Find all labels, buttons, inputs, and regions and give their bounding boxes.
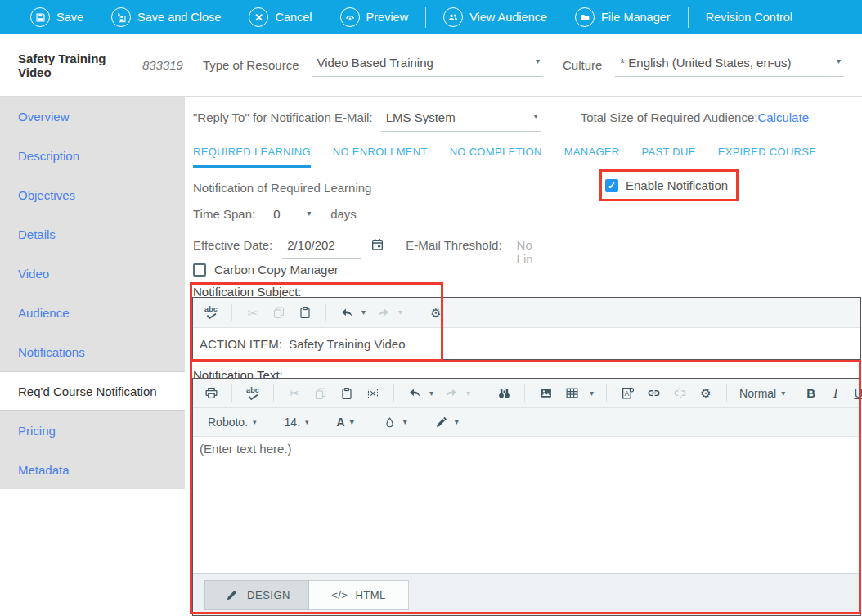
revision-control-button[interactable]: Revision Control [692,0,806,34]
find-icon[interactable] [496,385,512,402]
calculate-link[interactable]: Calculate [757,110,809,124]
time-span-select[interactable]: 0 ▾ [268,205,316,227]
sidebar-item-overview[interactable]: Overview [0,97,185,136]
tab-past-due[interactable]: PAST DUE [641,146,695,168]
course-title: Safety Training Video [18,52,132,79]
calendar-icon[interactable] [370,237,384,254]
redo-icon[interactable] [443,385,460,402]
copy-icon[interactable] [271,304,287,321]
bold-button[interactable]: B [806,386,815,400]
paste-icon[interactable] [297,304,313,321]
lms-course-editor: Save Save and Close ✕ Cancel Preview Vie… [0,0,862,616]
cancel-label: Cancel [275,11,312,24]
spellcheck-icon[interactable]: abc [203,304,219,321]
undo-dropdown-icon[interactable]: ▾ [361,308,366,317]
cut-icon[interactable]: ✂ [286,385,303,402]
top-toolbar: Save Save and Close ✕ Cancel Preview Vie… [0,0,862,34]
spellcheck-icon[interactable]: abc [245,385,261,402]
sidebar-item-reqd-course-notification[interactable]: Req'd Course Notification [0,371,185,411]
select-all-icon[interactable] [365,385,381,402]
sidebar-item-audience[interactable]: Audience [0,293,185,332]
email-threshold-input[interactable]: No Lin [512,236,551,272]
notification-subject-value[interactable]: ACTION ITEM: Safety Training Video [193,328,860,359]
notification-text-value[interactable]: (Enter text here.) [193,437,860,573]
svg-text:A: A [624,389,629,398]
cancel-button[interactable]: ✕ Cancel [235,0,325,34]
sidebar-item-objectives[interactable]: Objectives [0,175,185,214]
font-size-select[interactable]: 14. ▾ [285,416,309,429]
cut-icon[interactable]: ✂ [245,304,261,321]
view-audience-icon [443,7,463,27]
save-button[interactable]: Save [16,0,97,34]
main-panel: "Reply To" for Notification E-Mail: LMS … [185,97,862,616]
sidebar-item-pricing[interactable]: Pricing [0,411,185,450]
tab-expired-course[interactable]: EXPIRED COURSE [718,146,817,168]
print-icon[interactable] [203,385,219,402]
chevron-down-icon: ▾ [781,389,785,398]
enable-notification-checkbox[interactable]: ✓ Enable Notification [605,178,728,192]
notification-subject-editor: abc ✂ ▾ ▾ [192,297,861,360]
editor-mode-bar: DESIGN </> HTML [193,573,860,615]
preview-button[interactable]: Preview [326,0,423,34]
paste-icon[interactable] [339,385,355,402]
copy-icon[interactable] [312,385,329,402]
undo-dropdown-icon[interactable]: ▾ [429,389,433,398]
settings-gear-icon[interactable]: ⚙ [428,304,444,321]
reply-to-select[interactable]: LMS System ▾ [381,109,541,132]
chevron-down-icon: ▾ [350,418,354,426]
preview-icon [340,7,360,27]
insert-image-icon[interactable] [537,385,554,402]
unlink-icon[interactable] [671,385,688,402]
effective-date-input[interactable]: 2/10/202 [282,236,361,259]
time-span-row: Time Span: 0 ▾ days [193,205,357,227]
audience-size-label: Total Size of Required Audience: [581,110,758,124]
format-painter-icon [433,414,450,430]
format-painter-button[interactable]: ▾ [433,414,459,430]
font-family-select[interactable]: Roboto. ▾ [208,416,257,429]
preview-label: Preview [366,11,409,24]
view-audience-button[interactable]: View Audience [429,0,561,34]
redo-icon[interactable] [375,304,392,321]
tab-no-completion[interactable]: NO COMPLETION [450,146,542,168]
undo-icon[interactable] [339,304,355,321]
underline-button[interactable]: U [854,386,862,400]
save-and-close-button[interactable]: Save and Close [97,0,235,34]
insert-table-icon[interactable] [563,385,580,402]
insert-link-icon[interactable] [645,385,662,402]
redo-dropdown-icon[interactable]: ▾ [466,389,470,398]
text-color-button[interactable]: A ▾ [337,416,354,429]
html-mode-tab[interactable]: </> HTML [309,580,409,610]
tab-manager[interactable]: MANAGER [564,146,620,168]
file-manager-label: File Manager [601,11,671,24]
sidebar-item-metadata[interactable]: Metadata [0,450,185,489]
redo-dropdown-icon[interactable]: ▾ [398,308,402,317]
section-title: Notification of Required Learning [193,181,371,195]
sidebar-item-description[interactable]: Description [0,136,185,175]
highlight-color-button[interactable]: ▾ [382,414,407,430]
reply-to-row: "Reply To" for Notification E-Mail: LMS … [193,109,809,132]
sidebar-item-notifications[interactable]: Notifications [0,332,185,371]
time-span-unit: days [330,205,357,221]
italic-button[interactable]: I [833,386,837,401]
type-of-resource-select[interactable]: Video Based Training ▾ [312,54,543,77]
culture-select[interactable]: * English (United States, en-us) ▾ [615,54,844,77]
undo-icon[interactable] [406,385,423,402]
course-header: Safety Training Video 833319 Type of Res… [0,34,862,97]
time-span-label: Time Span: [193,205,255,221]
sidebar-item-details[interactable]: Details [0,214,185,254]
settings-gear-icon[interactable]: ⚙ [698,385,714,402]
design-mode-tab[interactable]: DESIGN [204,580,309,610]
email-threshold-label: E-Mail Threshold: [406,236,501,252]
sidebar: Overview Description Objectives Details … [0,97,185,616]
save-and-close-label: Save and Close [137,11,221,24]
carbon-copy-checkbox[interactable]: Carbon Copy Manager [193,263,339,277]
tab-no-enrollment[interactable]: NO ENROLLMENT [333,146,428,168]
save-icon [30,7,50,27]
tab-required-learning[interactable]: REQUIRED LEARNING [193,146,311,168]
table-dropdown-icon[interactable]: ▾ [590,389,594,398]
pencil-icon [223,587,240,603]
paragraph-style-select[interactable]: Normal ▾ [739,387,785,400]
sidebar-item-video[interactable]: Video [0,254,185,293]
file-manager-button[interactable]: File Manager [561,0,685,34]
mail-merge-icon[interactable]: A [619,385,635,402]
